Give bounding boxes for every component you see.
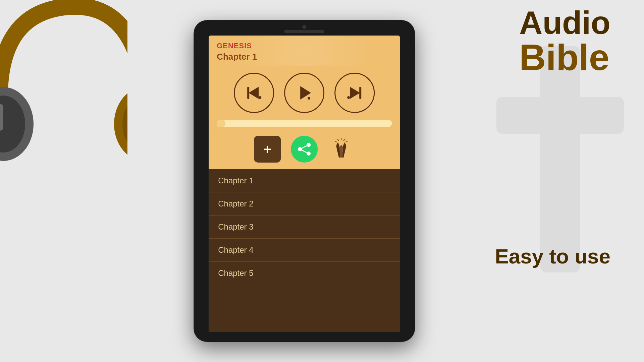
chapter-item-3[interactable]: Chapter 3 [209, 216, 400, 239]
app-screen: GENESIS Chapter 1 [209, 36, 400, 332]
svg-line-18 [300, 145, 309, 149]
progress-fill [217, 120, 225, 127]
app-header: GENESIS Chapter 1 [209, 36, 400, 66]
chapter-list: Chapter 1 Chapter 2 Chapter 3 Chapter 4 … [209, 169, 400, 332]
svg-rect-6 [496, 97, 624, 134]
chapter-item-1[interactable]: Chapter 1 [209, 169, 400, 192]
add-button[interactable]: + [254, 136, 281, 163]
chapter-item-2[interactable]: Chapter 2 [209, 192, 400, 216]
svg-line-19 [300, 149, 309, 154]
svg-line-21 [343, 139, 345, 141]
progress-bar[interactable] [217, 120, 392, 127]
headphones-decoration [0, 0, 127, 268]
svg-marker-13 [350, 87, 360, 99]
tablet-camera [302, 25, 306, 29]
svg-line-23 [345, 141, 347, 142]
svg-point-14 [347, 97, 350, 99]
play-button[interactable] [284, 73, 324, 113]
whatsapp-share-button[interactable] [291, 136, 318, 163]
tagline: Easy to use [495, 244, 610, 268]
tablet-device: GENESIS Chapter 1 [194, 20, 415, 342]
chapter-item-4[interactable]: Chapter 4 [209, 239, 400, 262]
action-buttons: + [209, 132, 400, 169]
svg-point-9 [259, 97, 261, 99]
svg-marker-8 [249, 87, 259, 99]
svg-line-24 [335, 141, 337, 142]
chapter-item-5[interactable]: Chapter 5 [209, 262, 400, 285]
tablet-speaker [284, 30, 324, 33]
svg-point-11 [308, 97, 310, 99]
svg-rect-4 [0, 104, 3, 131]
prayer-button[interactable] [328, 136, 355, 163]
book-name: GENESIS [217, 42, 392, 50]
app-title-block: Audio Bible [519, 7, 610, 76]
svg-rect-5 [540, 46, 580, 273]
svg-line-22 [337, 139, 339, 141]
bible-label: Bible [519, 39, 610, 76]
audio-label: Audio [519, 7, 610, 39]
current-chapter: Chapter 1 [217, 52, 392, 62]
next-button[interactable] [334, 73, 375, 113]
player-controls [209, 66, 400, 120]
previous-button[interactable] [234, 73, 274, 113]
